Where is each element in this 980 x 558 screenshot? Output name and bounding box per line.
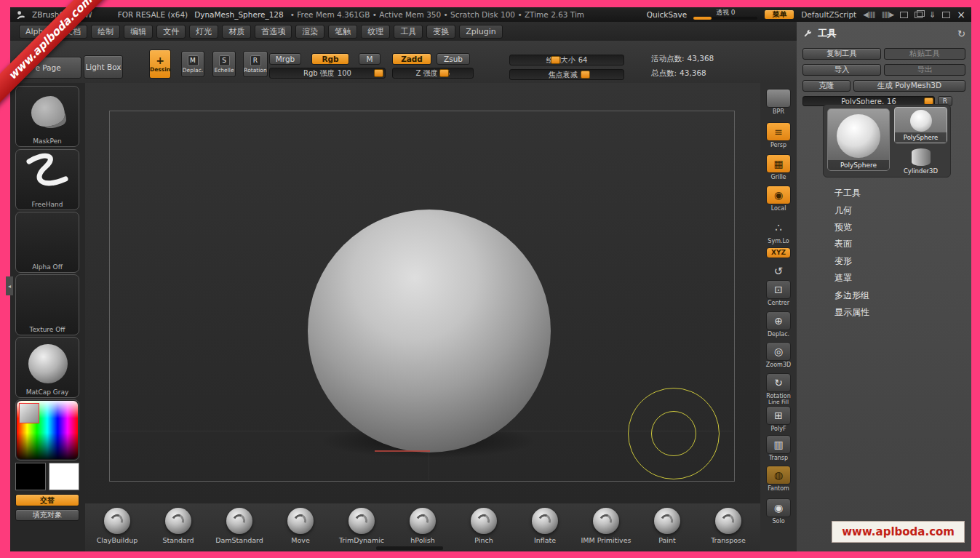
- brush-move[interactable]: Move: [270, 508, 331, 544]
- rgb-toggle[interactable]: Rgb: [311, 53, 349, 65]
- move-mode-button[interactable]: M Deplac.: [181, 51, 204, 77]
- polyframe-button[interactable]: Line Fill ⊞ PolyF: [764, 399, 793, 432]
- tool-section-masking[interactable]: 遮罩: [797, 270, 971, 287]
- brush-transpose[interactable]: Transpose: [698, 508, 759, 544]
- rotate-view-button[interactable]: ↻ Rotation: [764, 373, 793, 399]
- focal-shift-handle[interactable]: [581, 71, 590, 79]
- z-intensity-slider[interactable]: Z 强度 25: [392, 68, 474, 79]
- switch-color-button[interactable]: 交替: [15, 494, 79, 506]
- brush-standard[interactable]: Standard: [148, 508, 209, 544]
- tool-section-polygroups[interactable]: 多边形组: [797, 287, 971, 303]
- refresh-icon[interactable]: ↻: [957, 28, 965, 39]
- rgb-intensity-slider[interactable]: Rgb 强度 100: [269, 68, 386, 79]
- lightbox-button[interactable]: Light Box: [84, 55, 123, 79]
- hue-gradient[interactable]: [17, 401, 78, 459]
- fill-object-button[interactable]: 填充对象: [15, 509, 79, 521]
- z-intensity-handle[interactable]: [439, 69, 449, 77]
- menu-edit[interactable]: 编辑: [124, 25, 153, 39]
- menu-tool[interactable]: 工具: [394, 25, 423, 39]
- transparency-button[interactable]: ▥ Transp: [764, 435, 793, 461]
- menu-preferences[interactable]: 首选项: [255, 25, 292, 39]
- tool-section-geometry[interactable]: 几何: [797, 202, 971, 218]
- recent-tool-cylinder3d[interactable]: Cylinder3D: [894, 146, 947, 176]
- clone-button[interactable]: 克隆: [802, 80, 850, 92]
- zoom3d-button[interactable]: ◎ Zoom3D: [764, 342, 793, 368]
- ghost-button[interactable]: ◍ Fantom: [764, 466, 793, 492]
- solo-button[interactable]: ◉ Solo: [764, 498, 793, 525]
- xyz-axis-button[interactable]: XYZ: [764, 247, 793, 258]
- doc-window-icon[interactable]: [900, 12, 908, 18]
- tool-section-preview[interactable]: 预览: [797, 219, 971, 236]
- menu-light[interactable]: 灯光: [189, 25, 218, 39]
- menu-transform[interactable]: 变换: [426, 25, 455, 39]
- playback-rewind-icon[interactable]: ◀‖‖‖: [863, 11, 875, 18]
- color-picker[interactable]: [15, 399, 79, 461]
- download-icon[interactable]: ⇓: [929, 10, 936, 20]
- active-tool-thumbnail[interactable]: PolySphere: [827, 108, 890, 171]
- recent-tool-polysphere[interactable]: PolySphere: [894, 107, 947, 143]
- paste-tool-button[interactable]: 粘贴工具: [884, 48, 965, 60]
- local-toggle[interactable]: ◉ Local: [764, 186, 793, 212]
- menu-material[interactable]: 材质: [222, 25, 251, 39]
- stroke-picker[interactable]: FreeHand: [15, 149, 79, 210]
- texture-picker[interactable]: Texture Off: [15, 274, 79, 335]
- tool-section-surface[interactable]: 表面: [797, 236, 971, 252]
- brush-pinch[interactable]: Pinch: [453, 508, 514, 544]
- pan-view-button[interactable]: ⊕ Deplac.: [764, 311, 793, 338]
- import-button[interactable]: 导入: [802, 64, 881, 76]
- draw-mode-button[interactable]: + Dessin: [149, 49, 171, 79]
- menu-zplugin[interactable]: Zplugin: [459, 25, 503, 39]
- brush-picker[interactable]: MaskPen: [15, 86, 79, 147]
- rgb-intensity-handle[interactable]: [374, 69, 383, 77]
- draw-size-slider[interactable]: 绘制大小 64: [509, 55, 624, 65]
- zadd-toggle[interactable]: Zadd: [392, 53, 431, 65]
- scale-mode-button[interactable]: S Echelle: [212, 51, 236, 77]
- perspective-slider[interactable]: 透视 0: [693, 9, 757, 20]
- brush-paint[interactable]: Paint: [637, 508, 698, 544]
- export-button[interactable]: 导出: [884, 64, 965, 76]
- copy-tool-button[interactable]: 复制工具: [802, 48, 881, 60]
- tool-section-display-properties[interactable]: 显示属性: [797, 304, 971, 321]
- tool-section-deformation[interactable]: 变形: [797, 253, 971, 270]
- brush-trimdynamic[interactable]: TrimDynamic: [331, 508, 392, 544]
- menu-file[interactable]: 文件: [156, 25, 186, 39]
- menu-render[interactable]: 渲染: [295, 25, 324, 39]
- perspective-track[interactable]: [693, 17, 757, 20]
- bpr-render-button[interactable]: BPR: [764, 89, 793, 115]
- playback-forward-icon[interactable]: ‖‖‖▶: [882, 11, 893, 18]
- grid-toggle[interactable]: ▦ Grille: [764, 154, 793, 180]
- rotate-mode-button[interactable]: R Rotation: [243, 51, 268, 77]
- close-button[interactable]: ×: [957, 10, 965, 19]
- restore-window-icon[interactable]: [915, 12, 923, 18]
- brush-imm-primitives[interactable]: IMM Primitives: [575, 508, 637, 544]
- rotate-view-icon-button[interactable]: ↺: [764, 262, 793, 281]
- m-toggle[interactable]: M: [359, 53, 381, 65]
- document-canvas[interactable]: [85, 83, 760, 503]
- make-polymesh3d-button[interactable]: 生成 PolyMesh3D: [853, 80, 965, 92]
- zsub-toggle[interactable]: Zsub: [437, 53, 470, 65]
- brush-inflate[interactable]: Inflate: [514, 508, 575, 544]
- tray-scrollbar[interactable]: [376, 546, 443, 550]
- brush-damstandard[interactable]: DamStandard: [209, 508, 270, 544]
- secondary-color-swatch[interactable]: [49, 463, 79, 490]
- mrgb-toggle[interactable]: Mrgb: [269, 53, 301, 65]
- frame-center-button[interactable]: ⊡ Centrer: [764, 280, 793, 306]
- menu-draw[interactable]: 绘制: [91, 25, 120, 39]
- persp-toggle[interactable]: ≡ Persp: [764, 122, 793, 148]
- focal-shift-slider[interactable]: 焦点衰减 0: [509, 69, 624, 80]
- symmetry-button[interactable]: ∴ Sym.Lo: [764, 218, 793, 244]
- primary-color-swatch[interactable]: [15, 463, 46, 490]
- tool-section-subtool[interactable]: 子工具: [797, 185, 971, 202]
- menu-button[interactable]: 菜单: [764, 9, 794, 20]
- draw-size-handle[interactable]: [551, 56, 560, 64]
- menu-texture[interactable]: 纹理: [361, 25, 390, 39]
- alpha-picker[interactable]: Alpha Off: [15, 212, 79, 273]
- material-picker[interactable]: MatCap Gray: [15, 337, 79, 398]
- menu-stroke[interactable]: 笔触: [328, 25, 357, 39]
- maximize-button[interactable]: [942, 12, 950, 18]
- sphere-model[interactable]: [308, 210, 551, 453]
- brush-hpolish[interactable]: hPolish: [392, 508, 453, 544]
- panel-collapse-handle[interactable]: ◂: [6, 276, 13, 295]
- brush-claybuildup[interactable]: ClayBuildup: [87, 508, 148, 544]
- quicksave-button[interactable]: QuickSave: [647, 10, 687, 19]
